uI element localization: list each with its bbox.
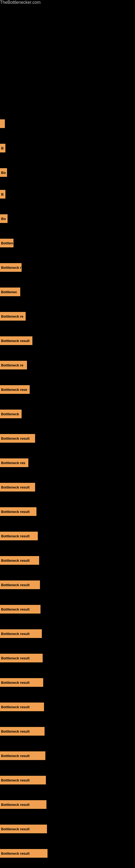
bottleneck-bar-container: Bottleneck result (0, 849, 48, 858)
bottleneck-bar-container (0, 119, 5, 128)
bottleneck-bar-container: Bottleneck result (0, 654, 43, 662)
bottleneck-result-bar: Bottleneck result (0, 581, 40, 589)
bottleneck-result-bar: Bottleneck result (0, 727, 45, 736)
bottleneck-result-bar: B (0, 190, 5, 198)
bottleneck-bar-container: Bottleneck result (0, 727, 45, 736)
bottleneck-bar-container: B (0, 190, 5, 198)
bottleneck-bar-container: Bottleneck result (0, 336, 32, 345)
bottleneck-result-bar: Bottlen (0, 239, 13, 247)
bottleneck-result-bar: Bottleneck result (0, 678, 43, 687)
bottleneck-bar-container: Bottleneck result (0, 483, 35, 492)
bottleneck-result-bar: Bottleneck result (0, 483, 35, 492)
bottleneck-result-bar: Bottleneck (0, 410, 21, 418)
bottleneck-bar-container: Bottleneck re (0, 312, 26, 321)
site-title: TheBottlenecker.com (0, 0, 135, 5)
bottleneck-result-bar: Bottleneck result (0, 556, 39, 565)
bottleneck-bar-container: Bottleneck r (0, 263, 21, 272)
bottleneck-bar-container: Bottlen (0, 239, 13, 247)
bottleneck-result-bar: Bo (0, 168, 7, 177)
bottleneck-result-bar (0, 119, 5, 128)
bottleneck-bar-container: Bottleneck res (0, 458, 28, 467)
bottleneck-bar-container: Bottleneck re (0, 361, 27, 369)
bottleneck-bar-container: Bo (0, 214, 8, 223)
bottleneck-result-bar: Bottleneck result (0, 605, 41, 614)
bottleneck-bar-container: Bottleneck result (0, 776, 46, 784)
bottleneck-bar-container: Bottleneck (0, 410, 21, 418)
bottleneck-bar-container: Bottleneck result (0, 434, 35, 443)
bottleneck-bar-container: Bottleneck result (0, 678, 43, 687)
bottleneck-result-bar: Bottleneck r (0, 263, 21, 272)
bottleneck-bar-container: Bottleneck result (0, 751, 45, 760)
bottleneck-bar-container: Bottleneck result (0, 703, 44, 711)
bottleneck-result-bar: Bottleneck result (0, 654, 43, 662)
bottleneck-result-bar: Bottleneck result (0, 336, 32, 345)
bottleneck-result-bar: Bottleneck result (0, 629, 42, 638)
bottleneck-bar-container: Bottleneck result (0, 629, 42, 638)
bottleneck-result-bar: Bottleneck result (0, 751, 45, 760)
bottleneck-result-bar: Bottleneck result (0, 776, 46, 784)
site-title-text: TheBottlenecker.com (0, 0, 41, 7)
bottleneck-bar-container: Bottleneck result (0, 825, 47, 833)
bottleneck-result-bar: Bottleneck re (0, 312, 26, 321)
bottleneck-bar-container: Bottleneck result (0, 507, 37, 516)
bottleneck-result-bar: Bottleneck result (0, 434, 35, 443)
bottleneck-bar-container: Bottleneck result (0, 556, 39, 565)
bottleneck-bar-container: Bottleneck result (0, 532, 38, 540)
bottleneck-bar-container: Bo (0, 168, 7, 177)
bottleneck-result-bar: Bottleneck result (0, 703, 44, 711)
bottleneck-result-bar: Bottleneck result (0, 849, 48, 858)
bottleneck-bar-container: Bottleneck rese (0, 385, 30, 394)
bottleneck-bar-container: Bottleneck result (0, 581, 40, 589)
bottleneck-bar-container: B (0, 144, 5, 152)
bottleneck-result-bar: Bottleneck result (0, 532, 38, 540)
bottleneck-result-bar: B (0, 144, 5, 152)
bottleneck-result-bar: Bottlenec (0, 287, 20, 296)
bottleneck-result-bar: Bottleneck rese (0, 385, 30, 394)
bottleneck-result-bar: Bottleneck result (0, 800, 46, 809)
bottleneck-bar-container: Bottleneck result (0, 800, 46, 809)
bottleneck-result-bar: Bottleneck res (0, 458, 28, 467)
bottleneck-result-bar: Bottleneck result (0, 507, 37, 516)
bottleneck-result-bar: Bottleneck re (0, 361, 27, 369)
bottleneck-bar-container: Bottleneck result (0, 605, 41, 614)
bottleneck-bar-container: Bottlenec (0, 287, 20, 296)
bottleneck-result-bar: Bottleneck result (0, 825, 47, 833)
bottleneck-result-bar: Bo (0, 214, 8, 223)
